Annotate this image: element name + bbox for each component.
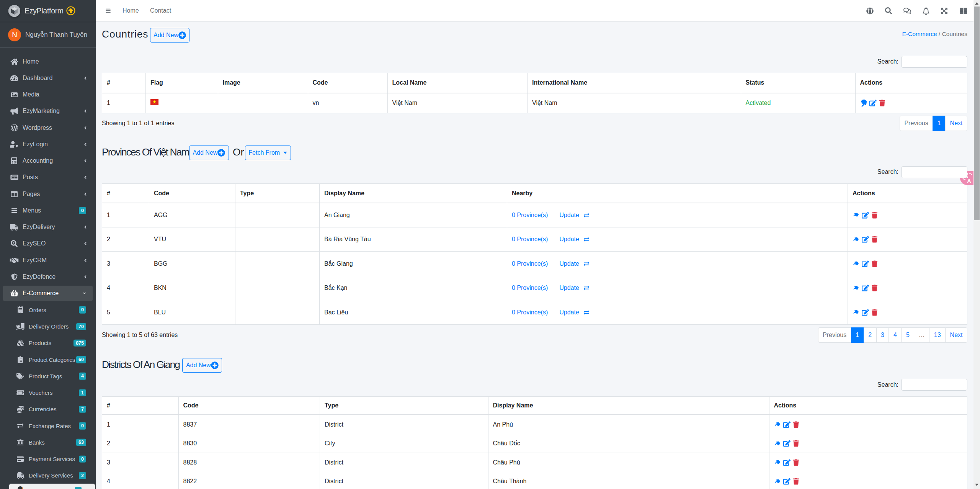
svg-text:A: A [967,178,971,184]
svg-text:Z: Z [13,10,15,14]
